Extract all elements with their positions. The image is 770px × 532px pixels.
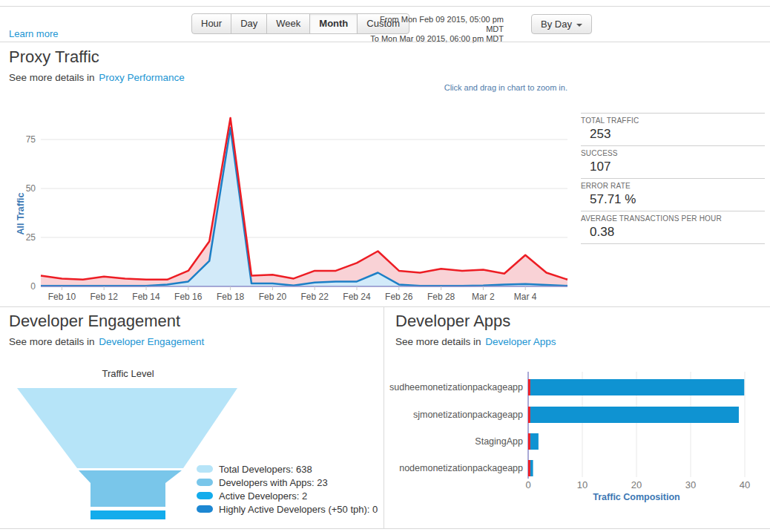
- x-tick-label: Feb 24: [343, 292, 371, 302]
- developer-apps-subtitle: See more details in Developer Apps: [395, 336, 556, 347]
- errors-bar[interactable]: [528, 379, 530, 395]
- group-by-label: By Day: [541, 19, 572, 30]
- errors-bar[interactable]: [528, 433, 530, 450]
- developer-engagement-subtitle-text: See more details in: [9, 336, 97, 347]
- traffic-bar[interactable]: [530, 433, 539, 450]
- traffic-stats-panel: TOTAL TRAFFIC 253 SUCCESS 107 ERROR RATE…: [581, 113, 765, 244]
- legend-label: Total Developers: 638: [219, 464, 312, 475]
- x-tick-label: Feb 10: [48, 292, 76, 302]
- x-tick-label: Feb 12: [91, 292, 119, 302]
- success-line: [41, 128, 567, 286]
- top-divider: [0, 6, 770, 7]
- errors-bar[interactable]: [528, 407, 530, 423]
- section-divider: [0, 306, 770, 307]
- stat-value: 107: [581, 157, 765, 174]
- stat-value: 0.38: [581, 223, 765, 240]
- stat-label: AVERAGE TRANSACTIONS PER HOUR: [581, 214, 765, 223]
- developer-engagement-title: Developer Engagement: [9, 312, 180, 331]
- zoom-hint: Click and drag in chart to zoom in.: [345, 83, 567, 92]
- traffic-bar[interactable]: [530, 407, 739, 423]
- stat-value: 57.71 %: [581, 190, 765, 207]
- x-tick-label: Feb 14: [132, 292, 160, 302]
- x-tick-label: 0: [525, 479, 530, 490]
- stat-avg-tph: AVERAGE TRANSACTIONS PER HOUR 0.38: [581, 211, 765, 243]
- developer-apps-title: Developer Apps: [395, 312, 510, 331]
- traffic-bar[interactable]: [530, 460, 533, 476]
- bar-category-label: nodemonetizationpackageapp: [399, 463, 523, 473]
- date-range: From Mon Feb 09 2015, 05:00 pm MDT To Mo…: [369, 15, 504, 44]
- toolbar-divider: [0, 42, 770, 42]
- proxy-traffic-title: Proxy Traffic: [9, 47, 99, 67]
- x-tick-label: Feb 16: [174, 292, 203, 302]
- x-tick-label: Mar 2: [472, 292, 495, 302]
- proxy-performance-link[interactable]: Proxy Performance: [99, 72, 185, 83]
- y-tick-label: 75: [26, 134, 36, 145]
- stat-label: TOTAL TRAFFIC: [581, 116, 765, 125]
- x-tick-label: 40: [740, 479, 750, 490]
- stat-total-traffic: TOTAL TRAFFIC 253: [581, 113, 765, 145]
- traffic-bar[interactable]: [530, 379, 744, 395]
- legend-swatch-icon: [197, 492, 213, 499]
- legend-item: Total Developers: 638: [197, 462, 378, 476]
- legend-item: Highly Active Developers (+50 tph): 0: [197, 502, 378, 516]
- stat-error-rate: ERROR RATE 57.71 %: [581, 178, 765, 211]
- range-button-day[interactable]: Day: [231, 13, 267, 34]
- range-button-month[interactable]: Month: [309, 13, 358, 34]
- bottom-divider: [0, 528, 770, 529]
- proxy-traffic-subtitle: See more details in Proxy Performance: [9, 72, 185, 83]
- bar-category-label: sjmonetizationpackageapp: [413, 410, 523, 420]
- developer-apps-link[interactable]: Developer Apps: [485, 336, 556, 347]
- range-button-hour[interactable]: Hour: [191, 13, 231, 34]
- x-tick-label: 20: [631, 479, 642, 490]
- bar-category-label: StagingApp: [475, 436, 523, 447]
- developer-engagement-subtitle: See more details in Developer Engagement: [9, 336, 204, 347]
- errors-bar[interactable]: [528, 460, 530, 476]
- column-divider: [384, 306, 384, 528]
- developer-apps-subtitle-text: See more details in: [395, 336, 484, 347]
- funnel-stage-with-apps: [79, 470, 182, 507]
- legend-label: Active Developers: 2: [219, 490, 307, 502]
- y-axis-label: All Traffic: [16, 192, 26, 234]
- proxy-traffic-subtitle-text: See more details in: [9, 72, 97, 83]
- success-area: [41, 128, 567, 286]
- legend-item: Active Developers: 2: [197, 489, 378, 502]
- funnel-legend: Total Developers: 638Developers with App…: [197, 462, 378, 516]
- stat-label: ERROR RATE: [581, 182, 765, 190]
- learn-more-link[interactable]: Learn more: [9, 28, 58, 39]
- legend-swatch-icon: [197, 465, 213, 473]
- developer-engagement-link[interactable]: Developer Engagement: [99, 336, 204, 347]
- date-range-from: From Mon Feb 09 2015, 05:00 pm MDT: [369, 15, 504, 34]
- x-tick-label: Feb 18: [217, 292, 245, 302]
- x-tick-label: Feb 28: [427, 292, 455, 302]
- all-traffic-area: [41, 118, 567, 286]
- range-button-week[interactable]: Week: [266, 13, 310, 34]
- legend-label: Developers with Apps: 23: [219, 477, 328, 488]
- funnel-stage-total: [17, 388, 237, 468]
- legend-swatch-icon: [197, 505, 213, 513]
- all-traffic-line: [41, 118, 567, 280]
- caret-down-icon: [576, 24, 582, 27]
- y-tick-label: 0: [30, 281, 36, 292]
- date-range-to: To Mon Mar 09 2015, 06:00 pm MDT: [369, 34, 504, 44]
- x-tick-label: Mar 4: [514, 292, 537, 302]
- developer-apps-chart[interactable]: 010203040sudheemonetizationpackageappsjm…: [389, 366, 768, 514]
- x-tick-label: 10: [577, 479, 588, 490]
- bar-category-label: sudheemonetizationpackageapp: [389, 382, 523, 393]
- analytics-dashboard: Learn more Hour Day Week Month Custom Fr…: [0, 0, 770, 532]
- legend-swatch-icon: [197, 479, 213, 486]
- y-tick-label: 50: [26, 183, 36, 194]
- x-tick-label: Feb 20: [259, 292, 287, 302]
- x-tick-label: Feb 22: [301, 292, 329, 302]
- stat-success: SUCCESS 107: [581, 145, 765, 178]
- funnel-stage-active: [91, 510, 165, 519]
- legend-label: Highly Active Developers (+50 tph): 0: [219, 504, 378, 515]
- x-axis-label: Traffic Composition: [593, 492, 679, 502]
- stat-label: SUCCESS: [581, 149, 765, 157]
- y-tick-label: 25: [26, 232, 36, 243]
- group-by-dropdown[interactable]: By Day: [531, 14, 592, 34]
- x-tick-label: Feb 26: [385, 292, 413, 302]
- proxy-traffic-chart[interactable]: 0255075Feb 10Feb 12Feb 14Feb 16Feb 18Feb…: [15, 102, 579, 304]
- x-tick-label: 30: [685, 479, 696, 490]
- stat-value: 253: [581, 125, 765, 142]
- legend-item: Developers with Apps: 23: [197, 476, 378, 489]
